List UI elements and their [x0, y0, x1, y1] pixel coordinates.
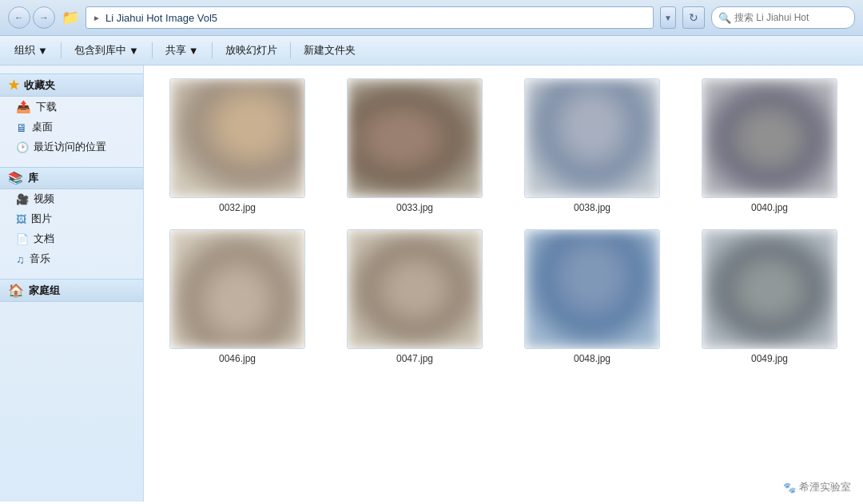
thumb-image-0032	[169, 78, 305, 198]
thumb-label-0032: 0032.jpg	[219, 202, 256, 213]
include-library-dropdown-icon: ▼	[129, 45, 139, 57]
file-thumb-0046[interactable]: 0046.jpg	[152, 224, 323, 369]
thumb-image-0033	[347, 78, 483, 198]
file-thumb-0048[interactable]: 0048.jpg	[507, 224, 678, 369]
file-thumb-0032[interactable]: 0032.jpg	[152, 73, 323, 218]
sidebar-item-video[interactable]: 🎥 视频	[0, 189, 143, 209]
sidebar-favorites-header: ★ 收藏夹	[0, 73, 143, 97]
address-dropdown[interactable]: ▼	[660, 6, 676, 29]
share-button[interactable]: 共享 ▼	[159, 40, 205, 61]
content-area: 0032.jpg0033.jpg0038.jpg0040.jpg0046.jpg…	[144, 65, 863, 502]
new-folder-button[interactable]: 新建文件夹	[297, 40, 362, 61]
document-label: 文档	[34, 232, 54, 246]
breadcrumb-area[interactable]: ► Li Jiahui Hot Image Vol5	[86, 6, 654, 29]
thumb-label-0048: 0048.jpg	[574, 353, 610, 364]
thumb-label-0046: 0046.jpg	[219, 353, 256, 364]
nav-buttons: ← →	[8, 6, 55, 29]
thumb-image-0038	[524, 78, 660, 198]
separator-1	[61, 42, 62, 58]
breadcrumb-separator: ►	[93, 14, 101, 22]
include-library-label: 包含到库中	[74, 43, 126, 58]
sidebar-item-recent[interactable]: 🕑 最近访问的位置	[0, 137, 143, 157]
document-icon: 📄	[16, 233, 29, 245]
sidebar-homegroup-label: 家庭组	[29, 284, 60, 298]
sidebar-item-download[interactable]: 📤 下载	[0, 97, 143, 117]
thumb-image-0047	[347, 229, 483, 349]
folder-icon: 📁	[62, 9, 79, 26]
star-icon: ★	[8, 77, 19, 93]
sidebar-item-music[interactable]: ♫ 音乐	[0, 249, 143, 269]
thumb-image-0048	[524, 229, 660, 349]
search-icon: 🔍	[718, 12, 731, 24]
thumb-image-0040	[702, 78, 837, 198]
organize-button[interactable]: 组织 ▼	[8, 40, 54, 61]
slideshow-button[interactable]: 放映幻灯片	[219, 40, 284, 61]
thumb-label-0040: 0040.jpg	[751, 202, 788, 213]
sidebar-favorites-label: 收藏夹	[24, 78, 55, 93]
sidebar-homegroup-section: 🏠 家庭组	[0, 279, 143, 302]
thumb-label-0038: 0038.jpg	[574, 202, 610, 213]
separator-2	[152, 42, 153, 58]
file-thumb-0049[interactable]: 0049.jpg	[684, 224, 855, 369]
search-area[interactable]: 🔍	[711, 6, 855, 29]
organize-label: 组织	[14, 43, 35, 58]
desktop-icon: 🖥	[16, 121, 27, 134]
include-library-button[interactable]: 包含到库中 ▼	[68, 40, 145, 61]
main-layout: ★ 收藏夹 📤 下载 🖥 桌面 🕑 最近访问的位置 📚 库	[0, 65, 863, 502]
video-label: 视频	[34, 192, 54, 206]
home-icon: 🏠	[8, 283, 24, 298]
download-icon: 📤	[16, 100, 31, 114]
download-label: 下载	[36, 101, 57, 114]
image-label: 图片	[31, 212, 52, 226]
music-icon: ♫	[16, 253, 25, 266]
recent-icon: 🕑	[16, 141, 29, 153]
video-icon: 🎥	[16, 193, 29, 205]
sidebar-library-label: 库	[28, 171, 38, 185]
file-thumb-0040[interactable]: 0040.jpg	[684, 73, 855, 218]
separator-3	[212, 42, 213, 58]
organize-dropdown-icon: ▼	[38, 45, 48, 57]
sidebar: ★ 收藏夹 📤 下载 🖥 桌面 🕑 最近访问的位置 📚 库	[0, 65, 144, 502]
separator-4	[290, 42, 291, 58]
thumb-image-0046	[169, 229, 305, 349]
desktop-label: 桌面	[32, 121, 53, 134]
image-icon: 🖼	[16, 213, 26, 225]
address-bar: ← → 📁 ► Li Jiahui Hot Image Vol5 ▼ ↻ 🔍	[0, 0, 863, 36]
new-folder-label: 新建文件夹	[304, 43, 356, 58]
file-thumb-0033[interactable]: 0033.jpg	[329, 73, 500, 218]
back-button[interactable]: ←	[8, 6, 30, 29]
thumb-image-0049	[702, 229, 837, 349]
sidebar-library-header: 📚 库	[0, 167, 143, 189]
sidebar-favorites-section: ★ 收藏夹 📤 下载 🖥 桌面 🕑 最近访问的位置	[0, 73, 143, 157]
sidebar-item-document[interactable]: 📄 文档	[0, 229, 143, 249]
share-label: 共享	[165, 43, 186, 58]
file-thumb-0047[interactable]: 0047.jpg	[329, 224, 500, 369]
toolbar: 组织 ▼ 包含到库中 ▼ 共享 ▼ 放映幻灯片 新建文件夹	[0, 36, 863, 65]
thumb-label-0047: 0047.jpg	[396, 353, 433, 364]
share-dropdown-icon: ▼	[189, 45, 199, 57]
refresh-button[interactable]: ↻	[682, 6, 705, 29]
breadcrumb-path: Li Jiahui Hot Image Vol5	[105, 12, 217, 24]
recent-label: 最近访问的位置	[34, 141, 106, 154]
file-thumb-0038[interactable]: 0038.jpg	[507, 73, 678, 218]
forward-button[interactable]: →	[33, 6, 55, 29]
music-label: 音乐	[30, 252, 50, 266]
library-icon: 📚	[8, 171, 23, 185]
sidebar-homegroup-header: 🏠 家庭组	[0, 279, 143, 302]
thumb-label-0033: 0033.jpg	[396, 202, 433, 213]
sidebar-item-desktop[interactable]: 🖥 桌面	[0, 117, 143, 137]
search-input[interactable]	[734, 12, 838, 23]
sidebar-item-image[interactable]: 🖼 图片	[0, 209, 143, 229]
thumbnails-grid: 0032.jpg0033.jpg0038.jpg0040.jpg0046.jpg…	[152, 73, 855, 369]
sidebar-library-section: 📚 库 🎥 视频 🖼 图片 📄 文档 ♫ 音乐	[0, 167, 143, 269]
slideshow-label: 放映幻灯片	[225, 43, 277, 58]
thumb-label-0049: 0049.jpg	[751, 353, 788, 364]
